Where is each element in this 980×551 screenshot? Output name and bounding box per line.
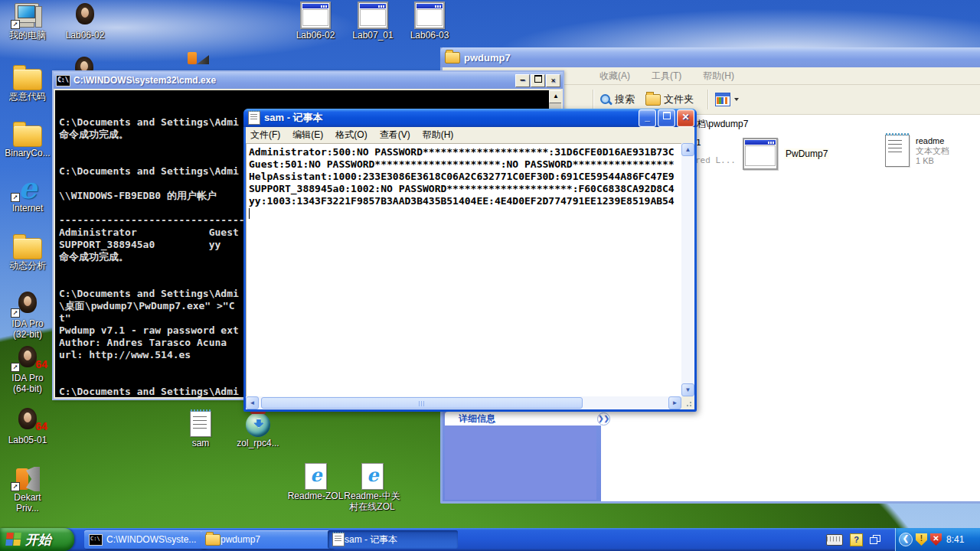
close-button[interactable]: ✕: [677, 109, 694, 127]
vertical-scrollbar[interactable]: ▲ ▼: [681, 143, 694, 396]
folders-icon: [645, 94, 661, 106]
explorer-titlebar[interactable]: pwdump7: [440, 47, 980, 67]
maximize-button[interactable]: [531, 74, 545, 87]
menu-help[interactable]: 帮助(H): [703, 70, 734, 83]
menu-tools[interactable]: 工具(T): [652, 70, 681, 83]
desktop-icon-dynamic-analysis[interactable]: 动态分析: [0, 232, 57, 270]
cmd-icon: C:\: [56, 75, 70, 86]
menu-file[interactable]: 文件(F): [250, 129, 280, 142]
notepad-icon: [248, 111, 260, 125]
scroll-down-icon[interactable]: ▼: [681, 383, 694, 396]
start-button[interactable]: 开始: [0, 528, 74, 551]
horizontal-scrollbar[interactable]: ◄ ►: [246, 396, 681, 409]
text-cursor: [249, 208, 250, 219]
details-section-header[interactable]: 详细信息 ❯❯: [445, 412, 613, 425]
xp-desktop-screen: { "desktop": { "icons": { "my_computer":…: [0, 0, 980, 551]
security-shield-alert-icon[interactable]: ✕: [930, 533, 942, 546]
file-item-readme[interactable]: readme 文本文档 1 KB: [885, 135, 949, 167]
desktop-icon-malicious-code[interactable]: 恶意代码: [0, 63, 57, 101]
desktop-icon-binaryco[interactable]: BinaryCo...: [0, 119, 57, 158]
scroll-up-icon[interactable]: ▲: [681, 143, 694, 156]
console-line: 命令成功完成。: [59, 251, 129, 263]
folders-button[interactable]: 文件夹: [645, 93, 694, 106]
hash-line: Guest:501:NO PASSWORD*******************…: [249, 158, 675, 171]
console-line: C:\Documents and Settings\Admi: [59, 165, 239, 178]
cmd-icon: C:\: [89, 534, 103, 546]
desktop-icon-readme-zgc[interactable]: e Readme-中关 村在线ZOL: [343, 462, 401, 511]
minimize-button[interactable]: _: [639, 109, 656, 127]
console-line: url: http://www.514.es: [59, 349, 191, 361]
folder-icon: [205, 534, 220, 546]
resize-grip[interactable]: [681, 396, 694, 409]
clock: 8:41: [946, 534, 964, 545]
minimize-button[interactable]: –: [515, 74, 530, 87]
hash-line: Administrator:500:NO PASSWORD***********…: [249, 146, 675, 158]
app-window-icon: [358, 2, 388, 29]
file-item-pwdump7[interactable]: PwDump7: [743, 138, 829, 170]
desktop-icon-lab06-02[interactable]: Lab06-02: [56, 2, 114, 40]
folder-icon: [13, 126, 42, 147]
desktop-icon-my-computer[interactable]: ➚ 我的电脑: [0, 2, 57, 40]
desktop-icon-readme-zol[interactable]: e Readme-ZOL: [286, 462, 345, 500]
toolbar-separator: [593, 90, 594, 109]
text-file-icon: [885, 135, 910, 167]
desktop-icon-lab05-01[interactable]: 64 Lab05-01: [0, 406, 57, 445]
menu-help[interactable]: 帮助(H): [423, 129, 454, 142]
console-line: t": [59, 312, 71, 324]
windows-logo-icon: [5, 533, 22, 546]
menu-favorites[interactable]: 收藏(A): [599, 70, 630, 83]
app-window-icon: [300, 2, 331, 29]
desktop-icon-dekart[interactable]: ➚ Dekart Priv...: [0, 464, 57, 513]
hide-icons-chevron-icon[interactable]: ❮: [899, 533, 913, 546]
search-button[interactable]: 搜索: [600, 93, 635, 106]
explorer-title: pwdump7: [464, 52, 511, 64]
desktop-icon-zol-rpc4[interactable]: zol_rpc4...: [229, 408, 287, 448]
scroll-left-icon[interactable]: ◄: [246, 396, 259, 409]
desktop-icon-ida-pro-32[interactable]: ➚ IDA Pro (32-bit): [0, 290, 57, 339]
language-bar: ?: [826, 528, 880, 551]
hash-line: SUPPORT_388945a0:1002:NO PASSWORD*******…: [249, 183, 675, 195]
partial-icon-fragment[interactable]: [188, 49, 211, 67]
desktop-icon-ida-pro-64[interactable]: ➚ 64 IDA Pro (64-bit): [0, 344, 57, 393]
views-button[interactable]: [715, 93, 739, 106]
desktop-icon-top-lab06-03[interactable]: Lab06-03: [400, 2, 459, 40]
menu-format[interactable]: 格式(O): [335, 129, 367, 142]
64-badge: 64: [35, 358, 47, 370]
scroll-up-icon[interactable]: ▲: [549, 90, 561, 103]
console-line: Pwdump v7.1 - raw password ext: [59, 324, 239, 337]
menu-edit[interactable]: 编辑(E): [292, 129, 323, 142]
close-button[interactable]: ✕: [546, 74, 560, 87]
cmd-title: C:\WINDOWS\system32\cmd.exe: [74, 75, 514, 86]
taskbar: 开始 C:\ C:\WINDOWS\syste... pwdump7 sam -…: [0, 528, 980, 551]
desktop-icon-top-lab07-01[interactable]: Lab07_01: [344, 2, 402, 40]
security-shield-warning-icon[interactable]: !: [916, 533, 927, 546]
scroll-right-icon[interactable]: ►: [668, 396, 681, 409]
dropdown-caret-icon: [734, 98, 739, 101]
portrait-icon: [74, 3, 96, 29]
hash-line: HelpAssistant:1000:233E3086E3618C06A2C63…: [249, 171, 675, 183]
notepad-body: 文件(F) 编辑(E) 格式(O) 查看(V) 帮助(H) Administra…: [246, 127, 694, 409]
menu-view[interactable]: 查看(V): [380, 129, 410, 142]
address-path-fragment: 档\pwdump7: [697, 118, 748, 131]
console-line: 命令成功完成。: [59, 129, 129, 141]
maximize-button[interactable]: [658, 109, 675, 127]
desktop-icon-sam[interactable]: sam: [172, 409, 230, 448]
taskbar-button-cmd[interactable]: C:\ C:\WINDOWS\syste...: [84, 530, 207, 549]
help-badge-icon[interactable]: ?: [850, 533, 863, 546]
taskbar-button-pwdump7[interactable]: pwdump7: [201, 530, 334, 549]
search-icon: [600, 94, 612, 106]
desktop-icon-internet[interactable]: e ➚ Internet: [0, 174, 57, 213]
keyboard-icon[interactable]: [826, 534, 843, 546]
cmd-titlebar[interactable]: C:\ C:\WINDOWS\system32\cmd.exe – ✕: [54, 72, 563, 89]
notepad-title: sam - 记事本: [264, 111, 637, 125]
notepad-text-area[interactable]: Administrator:500:NO PASSWORD***********…: [246, 143, 681, 396]
desktop-icon-top-lab06-02[interactable]: Lab06-02: [286, 2, 345, 40]
notepad-titlebar[interactable]: sam - 记事本 _ ✕: [243, 109, 697, 127]
console-line: Author: Andres Tarasco Acuna: [59, 337, 227, 349]
shortcut-arrow-icon: ➚: [11, 482, 20, 491]
taskbar-button-sam-notepad[interactable]: sam - 记事本: [328, 530, 458, 549]
folder-icon: [445, 52, 460, 64]
scrollbar-thumb[interactable]: [261, 397, 583, 409]
restore-windows-icon[interactable]: [870, 535, 880, 544]
chevron-toggle-icon[interactable]: ❯❯: [597, 412, 610, 425]
